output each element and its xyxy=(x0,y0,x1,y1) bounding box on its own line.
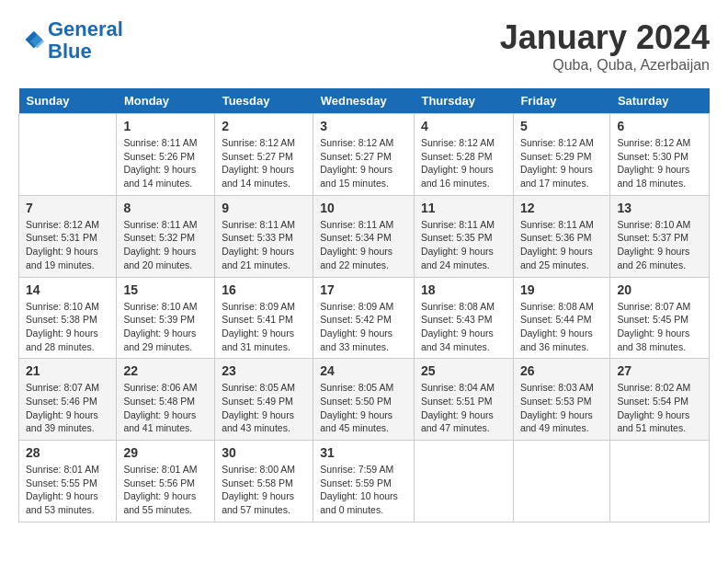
day-info: Sunrise: 8:05 AM Sunset: 5:50 PM Dayligh… xyxy=(320,381,407,435)
weekday-header-tuesday: Tuesday xyxy=(215,88,313,114)
day-info: Sunrise: 8:05 AM Sunset: 5:49 PM Dayligh… xyxy=(222,381,306,435)
calendar-cell xyxy=(414,441,513,523)
week-row-2: 7Sunrise: 8:12 AM Sunset: 5:31 PM Daylig… xyxy=(19,195,710,277)
month-title: January 2024 xyxy=(500,18,710,57)
day-number: 28 xyxy=(26,445,109,460)
day-info: Sunrise: 8:10 AM Sunset: 5:37 PM Dayligh… xyxy=(617,218,702,272)
day-info: Sunrise: 8:00 AM Sunset: 5:58 PM Dayligh… xyxy=(222,463,306,517)
day-number: 16 xyxy=(222,282,306,297)
calendar-cell: 28Sunrise: 8:01 AM Sunset: 5:55 PM Dayli… xyxy=(19,441,117,523)
title-block: January 2024 Quba, Quba, Azerbaijan xyxy=(500,18,710,74)
day-number: 23 xyxy=(222,363,306,378)
day-number: 25 xyxy=(421,363,506,378)
day-number: 7 xyxy=(26,201,109,215)
calendar-cell xyxy=(513,441,610,523)
calendar-cell: 24Sunrise: 8:05 AM Sunset: 5:50 PM Dayli… xyxy=(313,359,415,441)
day-info: Sunrise: 8:04 AM Sunset: 5:51 PM Dayligh… xyxy=(421,381,506,435)
page-header: General Blue January 2024 Quba, Quba, Az… xyxy=(18,18,710,74)
day-info: Sunrise: 8:12 AM Sunset: 5:31 PM Dayligh… xyxy=(26,218,109,272)
day-number: 17 xyxy=(320,282,407,297)
day-number: 8 xyxy=(123,201,208,215)
day-info: Sunrise: 8:12 AM Sunset: 5:27 PM Dayligh… xyxy=(222,136,306,190)
day-info: Sunrise: 8:12 AM Sunset: 5:30 PM Dayligh… xyxy=(617,136,702,190)
calendar-cell: 23Sunrise: 8:05 AM Sunset: 5:49 PM Dayli… xyxy=(215,359,313,441)
calendar-cell: 26Sunrise: 8:03 AM Sunset: 5:53 PM Dayli… xyxy=(513,359,610,441)
day-number: 9 xyxy=(222,201,306,215)
calendar-cell: 31Sunrise: 7:59 AM Sunset: 5:59 PM Dayli… xyxy=(313,441,415,523)
day-number: 11 xyxy=(421,201,506,215)
day-info: Sunrise: 8:02 AM Sunset: 5:54 PM Dayligh… xyxy=(617,381,702,435)
logo-general: General xyxy=(48,17,123,40)
week-row-3: 14Sunrise: 8:10 AM Sunset: 5:38 PM Dayli… xyxy=(19,277,710,359)
day-info: Sunrise: 8:06 AM Sunset: 5:48 PM Dayligh… xyxy=(123,381,208,435)
logo-blue: Blue xyxy=(48,40,92,63)
day-info: Sunrise: 8:10 AM Sunset: 5:39 PM Dayligh… xyxy=(123,300,208,354)
day-info: Sunrise: 8:09 AM Sunset: 5:41 PM Dayligh… xyxy=(222,300,306,354)
day-info: Sunrise: 8:11 AM Sunset: 5:26 PM Dayligh… xyxy=(123,136,208,190)
calendar-cell: 19Sunrise: 8:08 AM Sunset: 5:44 PM Dayli… xyxy=(513,277,610,359)
day-info: Sunrise: 8:11 AM Sunset: 5:32 PM Dayligh… xyxy=(123,218,208,272)
calendar-cell: 13Sunrise: 8:10 AM Sunset: 5:37 PM Dayli… xyxy=(610,195,710,277)
day-info: Sunrise: 8:12 AM Sunset: 5:28 PM Dayligh… xyxy=(421,136,506,190)
calendar-cell: 25Sunrise: 8:04 AM Sunset: 5:51 PM Dayli… xyxy=(414,359,513,441)
calendar-cell xyxy=(610,441,710,523)
calendar-cell: 30Sunrise: 8:00 AM Sunset: 5:58 PM Dayli… xyxy=(215,441,313,523)
day-info: Sunrise: 8:01 AM Sunset: 5:55 PM Dayligh… xyxy=(26,463,109,517)
day-info: Sunrise: 8:08 AM Sunset: 5:44 PM Dayligh… xyxy=(520,300,604,354)
weekday-header-thursday: Thursday xyxy=(414,88,513,114)
logo: General Blue xyxy=(18,18,123,63)
day-number: 21 xyxy=(26,363,109,378)
calendar-cell: 9Sunrise: 8:11 AM Sunset: 5:33 PM Daylig… xyxy=(215,195,313,277)
calendar-cell: 4Sunrise: 8:12 AM Sunset: 5:28 PM Daylig… xyxy=(414,114,513,196)
day-info: Sunrise: 8:11 AM Sunset: 5:36 PM Dayligh… xyxy=(520,218,604,272)
day-number: 19 xyxy=(520,282,604,297)
day-number: 13 xyxy=(617,201,702,215)
calendar-cell: 7Sunrise: 8:12 AM Sunset: 5:31 PM Daylig… xyxy=(19,195,117,277)
day-number: 27 xyxy=(617,363,702,378)
day-number: 24 xyxy=(320,363,407,378)
calendar-cell: 10Sunrise: 8:11 AM Sunset: 5:34 PM Dayli… xyxy=(313,195,415,277)
day-number: 3 xyxy=(320,119,407,133)
week-row-1: 1Sunrise: 8:11 AM Sunset: 5:26 PM Daylig… xyxy=(19,114,710,196)
day-info: Sunrise: 8:12 AM Sunset: 5:29 PM Dayligh… xyxy=(520,136,604,190)
weekday-header-wednesday: Wednesday xyxy=(313,88,415,114)
day-number: 5 xyxy=(520,119,604,133)
weekday-header-friday: Friday xyxy=(513,88,610,114)
day-info: Sunrise: 8:10 AM Sunset: 5:38 PM Dayligh… xyxy=(26,300,109,354)
calendar-cell: 18Sunrise: 8:08 AM Sunset: 5:43 PM Dayli… xyxy=(414,277,513,359)
day-info: Sunrise: 8:07 AM Sunset: 5:46 PM Dayligh… xyxy=(26,381,109,435)
day-number: 31 xyxy=(320,445,407,460)
calendar-table: SundayMondayTuesdayWednesdayThursdayFrid… xyxy=(18,88,710,523)
weekday-header-row: SundayMondayTuesdayWednesdayThursdayFrid… xyxy=(19,88,710,114)
calendar-cell: 20Sunrise: 8:07 AM Sunset: 5:45 PM Dayli… xyxy=(610,277,710,359)
day-number: 6 xyxy=(617,119,702,133)
week-row-5: 28Sunrise: 8:01 AM Sunset: 5:55 PM Dayli… xyxy=(19,441,710,523)
day-info: Sunrise: 8:08 AM Sunset: 5:43 PM Dayligh… xyxy=(421,300,506,354)
calendar-cell xyxy=(19,114,117,196)
day-number: 12 xyxy=(520,201,604,215)
day-number: 29 xyxy=(123,445,208,460)
location: Quba, Quba, Azerbaijan xyxy=(500,57,710,74)
calendar-cell: 6Sunrise: 8:12 AM Sunset: 5:30 PM Daylig… xyxy=(610,114,710,196)
weekday-header-monday: Monday xyxy=(117,88,215,114)
calendar-cell: 29Sunrise: 8:01 AM Sunset: 5:56 PM Dayli… xyxy=(117,441,215,523)
calendar-cell: 1Sunrise: 8:11 AM Sunset: 5:26 PM Daylig… xyxy=(117,114,215,196)
day-number: 18 xyxy=(421,282,506,297)
week-row-4: 21Sunrise: 8:07 AM Sunset: 5:46 PM Dayli… xyxy=(19,359,710,441)
day-number: 20 xyxy=(617,282,702,297)
day-info: Sunrise: 8:07 AM Sunset: 5:45 PM Dayligh… xyxy=(617,300,702,354)
calendar-cell: 8Sunrise: 8:11 AM Sunset: 5:32 PM Daylig… xyxy=(117,195,215,277)
day-number: 1 xyxy=(123,119,208,133)
day-info: Sunrise: 8:01 AM Sunset: 5:56 PM Dayligh… xyxy=(123,463,208,517)
day-info: Sunrise: 8:11 AM Sunset: 5:33 PM Dayligh… xyxy=(222,218,306,272)
calendar-cell: 2Sunrise: 8:12 AM Sunset: 5:27 PM Daylig… xyxy=(215,114,313,196)
day-number: 4 xyxy=(421,119,506,133)
weekday-header-sunday: Sunday xyxy=(19,88,117,114)
calendar-cell: 11Sunrise: 8:11 AM Sunset: 5:35 PM Dayli… xyxy=(414,195,513,277)
day-info: Sunrise: 8:09 AM Sunset: 5:42 PM Dayligh… xyxy=(320,300,407,354)
calendar-cell: 3Sunrise: 8:12 AM Sunset: 5:27 PM Daylig… xyxy=(313,114,415,196)
day-number: 22 xyxy=(123,363,208,378)
day-info: Sunrise: 8:11 AM Sunset: 5:35 PM Dayligh… xyxy=(421,218,506,272)
day-info: Sunrise: 8:12 AM Sunset: 5:27 PM Dayligh… xyxy=(320,136,407,190)
calendar-cell: 12Sunrise: 8:11 AM Sunset: 5:36 PM Dayli… xyxy=(513,195,610,277)
